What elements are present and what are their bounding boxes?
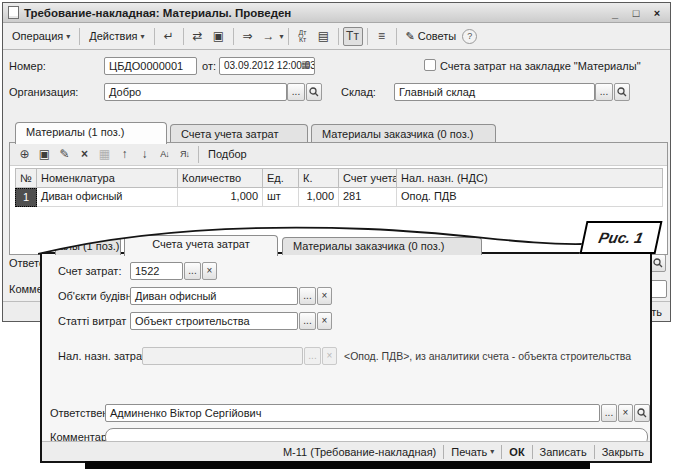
- callout-responsible-magnifier-button[interactable]: [634, 404, 650, 422]
- organization-value: Добро: [109, 86, 141, 98]
- callout-ok-button[interactable]: ОК: [506, 446, 527, 458]
- dropdown-icon: ▾: [66, 32, 70, 41]
- callout-m11-print-button[interactable]: М-11 (Требование-накладная): [280, 446, 439, 458]
- magnifier-icon: [637, 408, 647, 418]
- figure-label: Рис. 1: [579, 221, 662, 254]
- cost-account-clear-button[interactable]: ×: [202, 262, 217, 280]
- table-row-num[interactable]: 1: [15, 188, 37, 207]
- edit-row-button[interactable]: ✎: [55, 145, 74, 163]
- cost-account-label: Счет затрат:: [58, 265, 121, 277]
- column-header-num[interactable]: №: [15, 168, 37, 188]
- dropdown-icon: ▾: [141, 32, 145, 41]
- copy-document-button[interactable]: ▣: [209, 27, 229, 46]
- close-button[interactable]: ×: [649, 7, 665, 19]
- delete-row-button[interactable]: ×: [75, 145, 94, 163]
- actions-menu-label: Действия: [89, 30, 137, 42]
- cost-account-select-button[interactable]: ...: [184, 262, 201, 280]
- warehouse-label: Склад:: [341, 86, 376, 98]
- warehouse-field[interactable]: Главный склад: [394, 83, 595, 101]
- move-down-button[interactable]: ↓: [135, 145, 154, 163]
- tab-cost-accounts[interactable]: Счета учета затрат: [170, 124, 308, 144]
- column-header-account[interactable]: Счет учета: [339, 168, 397, 188]
- column-header-k[interactable]: К.: [299, 168, 339, 188]
- organization-magnifier-button[interactable]: [306, 83, 322, 101]
- column-header-unit[interactable]: Ед.: [263, 168, 299, 188]
- table-row-tax[interactable]: Опод. ПДВ: [397, 188, 663, 207]
- tips-button[interactable]: ✎ Советы: [401, 28, 462, 45]
- minimize-button[interactable]: _: [607, 7, 623, 19]
- tab-customer-materials[interactable]: Материалы заказчика (0 поз.): [311, 124, 496, 144]
- callout-footer: М-11 (Требование-накладная) Печать ▾ ОК …: [42, 441, 650, 461]
- organization-select-button[interactable]: ...: [287, 83, 305, 101]
- callout-tab-materials[interactable]: Материалы (1 поз.): [55, 237, 121, 255]
- construction-object-field[interactable]: Диван офисный: [130, 287, 298, 305]
- expense-item-clear-button[interactable]: ×: [317, 312, 332, 330]
- number-value: ЦБДО0000001: [109, 60, 183, 72]
- copy-row-button[interactable]: ▣: [35, 145, 54, 163]
- date-label: от:: [202, 60, 216, 72]
- callout-responsible-select-button[interactable]: ...: [601, 404, 617, 422]
- window-title: Требование-накладная: Материалы. Проведе…: [24, 7, 602, 19]
- structure-button[interactable]: ≡: [372, 27, 392, 46]
- table-row-k[interactable]: 1,000: [299, 188, 339, 207]
- sort-descending-button[interactable]: Я↓: [175, 145, 194, 163]
- callout-print-button-label: Печать: [451, 446, 487, 458]
- callout-responsible-clear-button[interactable]: ×: [618, 404, 633, 422]
- expense-item-label: Статті витрат: [58, 315, 126, 327]
- column-header-quantity[interactable]: Количество: [178, 168, 263, 188]
- grid-settings-button[interactable]: ▦: [95, 145, 114, 163]
- warehouse-select-button[interactable]: ...: [595, 83, 613, 101]
- magnifier-icon: [653, 258, 663, 268]
- column-header-tax[interactable]: Нал. назн. (НДС): [397, 168, 663, 188]
- help-button[interactable]: ?: [462, 29, 477, 44]
- cost-accounts-checkbox-label[interactable]: Счета затрат на закладке "Материалы": [440, 60, 641, 72]
- tax-purpose-field: [142, 347, 303, 365]
- callout-close-button[interactable]: Закрыть: [599, 446, 647, 458]
- operation-menu-button[interactable]: Операция ▾: [7, 28, 75, 44]
- add-row-button[interactable]: ⊕: [15, 145, 34, 163]
- actions-menu-button[interactable]: Действия ▾: [84, 28, 149, 44]
- post-document-button[interactable]: ↵: [159, 27, 179, 46]
- goto-button[interactable]: →: [259, 27, 279, 46]
- cost-accounts-checkbox[interactable]: [424, 59, 436, 71]
- tab-materials[interactable]: Материалы (1 поз.): [15, 122, 167, 144]
- dropdown-icon[interactable]: ▾: [280, 32, 284, 41]
- toolbar-separator: [367, 28, 368, 45]
- table-row-quantity[interactable]: 1,000: [178, 188, 263, 207]
- table-row-unit[interactable]: шт: [263, 188, 299, 207]
- export-document-button[interactable]: ⇒: [238, 27, 258, 46]
- callout-save-button[interactable]: Записать: [537, 446, 590, 458]
- journal-button[interactable]: ▤: [314, 27, 334, 46]
- reread-button[interactable]: ⇄: [188, 27, 208, 46]
- column-header-nomenclature[interactable]: Номенклатура: [37, 168, 178, 188]
- tax-purpose-select-button: ...: [304, 347, 321, 365]
- move-up-button[interactable]: ↑: [115, 145, 134, 163]
- toolbar-separator: [396, 28, 397, 45]
- maximize-button[interactable]: □: [628, 7, 644, 19]
- construction-object-select-button[interactable]: ...: [299, 287, 316, 305]
- organization-field[interactable]: Добро: [104, 83, 287, 101]
- pick-button[interactable]: Подбор: [203, 146, 252, 162]
- table-row-account[interactable]: 281: [339, 188, 397, 207]
- number-field[interactable]: ЦБДО0000001: [104, 57, 197, 75]
- operation-menu-label: Операция: [12, 30, 63, 42]
- cost-account-field[interactable]: 1522: [130, 262, 183, 280]
- calendar-icon[interactable]: ▦: [301, 59, 310, 70]
- footer-separator: [532, 445, 533, 459]
- header-toggle-button[interactable]: Тт: [343, 27, 363, 46]
- callout-print-button[interactable]: Печать ▾: [448, 446, 497, 458]
- expense-item-select-button[interactable]: ...: [299, 312, 316, 330]
- table-row-nomenclature[interactable]: Диван офисный: [37, 188, 178, 207]
- warehouse-magnifier-button[interactable]: [614, 83, 630, 101]
- toolbar-separator: [338, 28, 339, 45]
- sort-ascending-button[interactable]: А↓: [155, 145, 174, 163]
- dt-kt-button[interactable]: Дт Кт: [293, 27, 313, 46]
- callout-tab-cost-accounts[interactable]: Счета учета затрат: [124, 235, 278, 256]
- construction-object-clear-button[interactable]: ×: [317, 287, 332, 305]
- expense-item-field[interactable]: Объект строительства: [130, 312, 298, 330]
- callout-responsible-field[interactable]: Админенко Віктор Сергійович: [105, 404, 600, 422]
- dropdown-icon: ▾: [490, 447, 494, 456]
- title-bar[interactable]: Требование-накладная: Материалы. Проведе…: [3, 3, 670, 23]
- toolbar-separator: [233, 28, 234, 45]
- callout-tab-customer-materials[interactable]: Материалы заказчика (0 поз.): [282, 237, 482, 255]
